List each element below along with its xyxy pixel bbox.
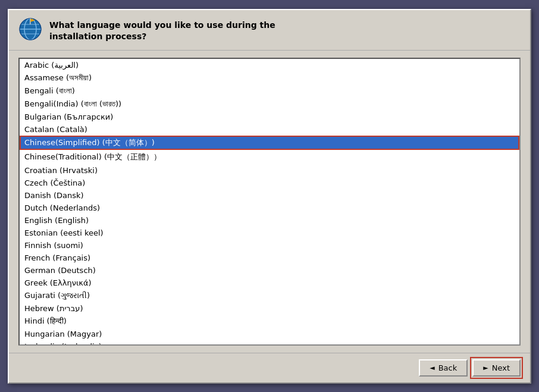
- language-item[interactable]: German (Deutsch): [20, 264, 519, 277]
- installer-icon: [18, 17, 42, 41]
- language-item[interactable]: French (Français): [20, 252, 519, 264]
- language-item[interactable]: Hindi (हिन्दी): [20, 315, 519, 328]
- language-item[interactable]: Czech (Čeština): [20, 177, 519, 189]
- language-item[interactable]: Greek (Ελληνικά): [20, 277, 519, 289]
- language-item[interactable]: English (English): [20, 214, 519, 227]
- next-label: Next: [492, 363, 510, 372]
- next-arrow-icon: ►: [483, 364, 488, 372]
- dialog-question: What language would you like to use duri…: [49, 17, 275, 43]
- dialog-footer: ◄ Back ► Next: [9, 353, 530, 382]
- language-item[interactable]: Croatian (Hrvatski): [20, 164, 519, 177]
- language-item[interactable]: Dutch (Nederlands): [20, 202, 519, 214]
- language-item[interactable]: Hebrew (עברית): [20, 302, 519, 315]
- next-button[interactable]: ► Next: [472, 359, 521, 377]
- language-item[interactable]: Finnish (suomi): [20, 239, 519, 252]
- language-list[interactable]: Arabic (العربية)Assamese (অসমীয়া)Bengal…: [20, 59, 519, 344]
- dialog-content: Arabic (العربية)Assamese (অসমীয়া)Bengal…: [9, 51, 530, 353]
- svg-rect-6: [30, 18, 31, 24]
- language-item[interactable]: Assamese (অসমীয়া): [20, 71, 519, 84]
- language-item[interactable]: Bengali(India) (বাংলা (ভারত)): [20, 98, 519, 111]
- language-selection-dialog: What language would you like to use duri…: [8, 9, 531, 384]
- language-item[interactable]: Catalan (Català): [20, 123, 519, 136]
- back-arrow-icon: ◄: [430, 364, 434, 372]
- language-item[interactable]: Danish (Dansk): [20, 189, 519, 202]
- language-list-container[interactable]: Arabic (العربية)Assamese (অসমীয়া)Bengal…: [18, 58, 521, 346]
- language-item[interactable]: Bulgarian (Български): [20, 111, 519, 123]
- dialog-header: What language would you like to use duri…: [9, 10, 530, 51]
- language-item[interactable]: Chinese(Traditional) (中文（正體））: [20, 150, 519, 164]
- language-item[interactable]: Arabic (العربية): [20, 59, 519, 71]
- back-label: Back: [438, 363, 457, 372]
- language-item[interactable]: Hungarian (Magyar): [20, 328, 519, 340]
- back-button[interactable]: ◄ Back: [419, 359, 468, 377]
- language-item[interactable]: Chinese(Simplified) (中文（简体）): [20, 136, 519, 150]
- language-item[interactable]: Gujarati (ગુજરાતી): [20, 289, 519, 302]
- language-item[interactable]: Bengali (বাংলা): [20, 84, 519, 98]
- language-item[interactable]: Icelandic (Icelandic): [20, 340, 519, 344]
- language-item[interactable]: Estonian (eesti keel): [20, 227, 519, 239]
